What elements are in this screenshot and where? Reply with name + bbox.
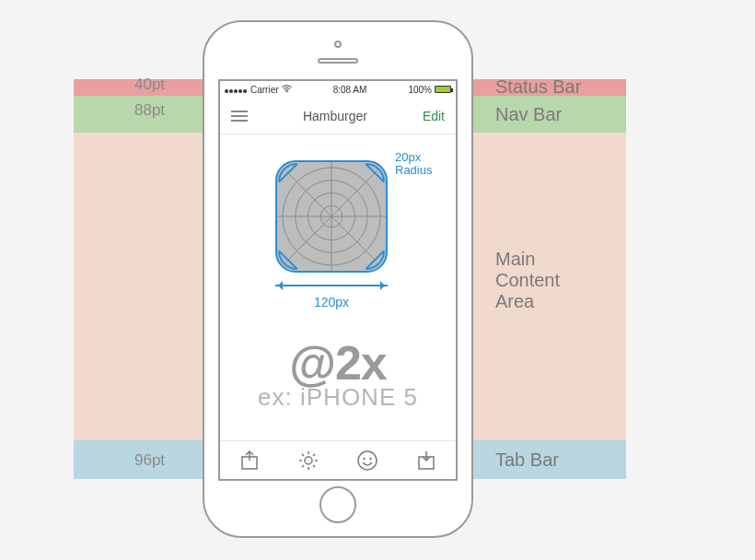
label-tab-bar: Tab Bar [495,449,559,471]
battery-pct: 100% [408,85,432,95]
svg-point-11 [364,458,365,459]
example-device-label: ex: iPHONE 5 [220,383,456,412]
label-main-area: Main Content Area [495,249,560,312]
iphone-frame: Carrier 8:08 AM 100% Hamburger Edit [203,20,473,538]
svg-point-12 [370,458,371,459]
signal-dots-icon [225,85,248,95]
label-40pt: 40pt [134,76,165,94]
gear-icon[interactable] [297,449,319,472]
carrier-label: Carrier [250,85,279,95]
app-icon-template [275,160,388,273]
tab-bar [220,440,456,479]
edit-button[interactable]: Edit [423,109,445,123]
share-icon[interactable] [238,449,261,472]
radius-label: 20px Radius [395,151,432,178]
svg-point-9 [305,457,312,464]
nav-bar: Hamburger Edit [220,98,456,134]
label-status-bar: Status Bar [495,76,581,98]
wifi-icon [282,85,292,95]
reply-icon[interactable] [415,449,437,472]
label-96pt: 96pt [134,451,165,470]
nav-title: Hamburger [303,109,367,123]
svg-point-10 [358,451,377,470]
battery-icon [435,86,451,93]
home-button[interactable] [319,486,356,523]
label-nav-bar: Nav Bar [495,104,562,125]
width-dimension: 120px [275,278,388,293]
main-content-area: 20px Radius 120px @2x ex: iPHONE 5 [220,134,456,440]
smile-icon[interactable] [356,449,378,472]
clock: 8:08 AM [333,85,367,95]
width-label: 120px [275,295,388,309]
speaker-slot [318,58,358,64]
label-88pt: 88pt [134,101,165,120]
camera-dot [334,41,342,48]
screen: Carrier 8:08 AM 100% Hamburger Edit [218,79,458,481]
hamburger-icon[interactable] [231,108,248,124]
scale-label: @2x [220,335,456,391]
status-bar: Carrier 8:08 AM 100% [220,81,456,98]
